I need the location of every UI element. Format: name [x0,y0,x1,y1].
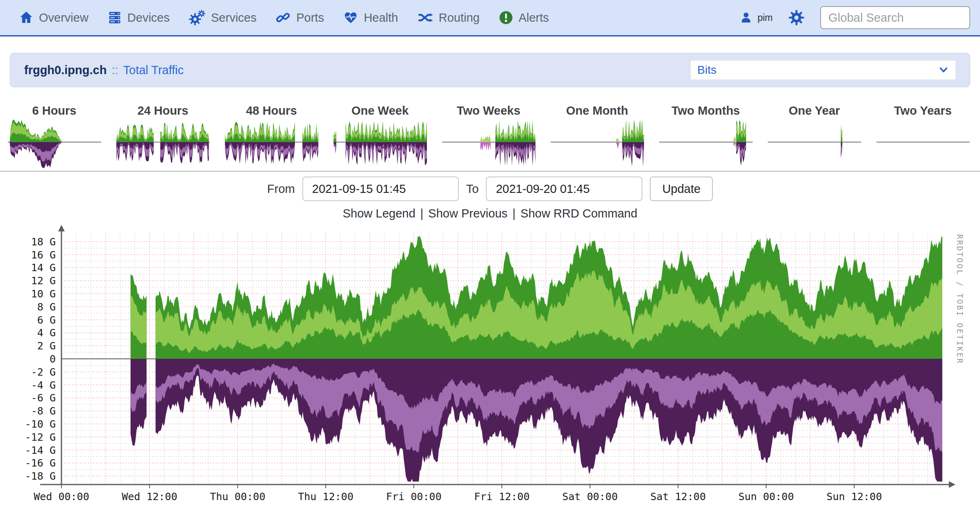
mini-graph-48-hours[interactable]: 48 Hours [217,104,326,171]
mini-graph-label: Two Years [894,104,952,118]
mini-graph-6-hours[interactable]: 6 Hours [0,104,109,171]
nav-item-label: Ports [296,11,324,25]
health-icon [343,10,358,25]
mini-graph-image [332,118,429,171]
nav-item-label: Health [364,11,398,25]
svg-text:0: 0 [50,353,56,365]
mini-graph-label: One Month [566,104,628,118]
top-navbar: Overview Devices Services Ports [0,0,980,36]
svg-text:-16 G: -16 G [25,457,56,469]
mini-graph-one-week[interactable]: One Week [326,104,434,171]
user-menu[interactable]: pim [740,11,773,24]
unit-select[interactable]: Bits [690,60,956,80]
global-search-input[interactable] [820,6,970,29]
svg-text:4 G: 4 G [37,327,56,339]
svg-text:Wed 00:00: Wed 00:00 [34,491,89,503]
svg-text:12 G: 12 G [31,275,56,287]
graph-links: Show Legend | Show Previous | Show RRD C… [0,207,980,220]
svg-text:6 G: 6 G [37,314,56,326]
svg-text:-8 G: -8 G [31,405,56,417]
alert-icon [499,10,513,25]
update-button[interactable]: Update [650,177,713,201]
nav-item-label: Overview [39,11,88,25]
mini-graph-image [6,118,103,171]
device-name: frggh0.ipng.ch [24,63,107,77]
svg-text:2 G: 2 G [37,340,56,352]
svg-text:16 G: 16 G [31,249,56,261]
title-panel: frggh0.ipng.ch :: Total Traffic Bits [10,53,970,87]
devices-icon [107,10,122,25]
username: pim [758,12,773,23]
svg-text:-4 G: -4 G [31,379,56,391]
mini-graph-image [549,118,646,171]
nav-item-overview[interactable]: Overview [19,10,88,25]
svg-text:Sun 00:00: Sun 00:00 [738,491,794,503]
ports-icon [275,10,291,25]
nav-right: pim [740,6,970,29]
mini-graph-image [440,118,537,171]
mini-graph-two-years[interactable]: Two Years [869,104,977,171]
mini-graph-image [875,118,971,171]
range-controls: From To Update [0,172,980,201]
nav-item-label: Alerts [519,11,549,25]
nav-item-devices[interactable]: Devices [107,10,170,25]
nav-item-routing[interactable]: Routing [417,10,480,25]
svg-text:Sun 12:00: Sun 12:00 [826,491,882,503]
breadcrumb-separator: :: [111,63,118,77]
svg-text:Thu 00:00: Thu 00:00 [210,491,265,503]
from-label: From [267,182,295,196]
show-legend-link[interactable]: Show Legend [343,207,415,220]
mini-graph-image [766,118,863,171]
mini-graph-two-weeks[interactable]: Two Weeks [434,104,543,171]
nav-item-ports[interactable]: Ports [275,10,324,25]
nav-item-label: Routing [439,11,480,25]
svg-text:Fri 00:00: Fri 00:00 [386,491,441,503]
mini-graph-two-months[interactable]: Two Months [651,104,760,171]
mini-graph-label: 48 Hours [246,104,297,118]
home-icon [19,10,34,25]
page-title[interactable]: Total Traffic [123,63,184,77]
services-icon [188,9,206,26]
mini-graph-24-hours[interactable]: 24 Hours [109,104,217,171]
mini-graph-image [223,118,320,171]
settings-gear-icon[interactable] [788,9,805,26]
mini-graph-image [115,118,211,171]
mini-graph-label: Two Weeks [457,104,520,118]
traffic-graph: 18 G16 G14 G12 G10 G8 G6 G4 G2 G0-2 G-4 … [0,224,980,514]
svg-text:14 G: 14 G [31,262,56,274]
to-label: To [466,182,479,196]
mini-graph-label: One Week [352,104,409,118]
mini-graph-one-year[interactable]: One Year [760,104,869,171]
svg-text:Wed 12:00: Wed 12:00 [122,491,177,503]
nav-item-label: Services [211,11,256,25]
nav-items: Overview Devices Services Ports [19,9,549,26]
show-previous-link[interactable]: Show Previous [428,207,507,220]
user-icon [740,11,753,24]
mini-graph-label: 24 Hours [137,104,188,118]
unit-select-value: Bits [697,63,717,77]
to-date-input[interactable] [486,177,642,201]
nav-item-health[interactable]: Health [343,10,398,25]
svg-text:8 G: 8 G [37,301,56,313]
mini-graph-label: Two Months [671,104,740,118]
mini-graph-one-month[interactable]: One Month [543,104,651,171]
svg-text:Sat 12:00: Sat 12:00 [650,491,706,503]
svg-text:Sat 00:00: Sat 00:00 [562,491,617,503]
nav-item-services[interactable]: Services [188,9,256,26]
routing-icon [417,10,433,25]
mini-graph-label: 6 Hours [32,104,77,118]
svg-text:-18 G: -18 G [25,470,56,482]
svg-text:-2 G: -2 G [31,366,56,378]
svg-text:Fri 12:00: Fri 12:00 [474,491,529,503]
mini-graph-image [658,118,754,171]
svg-text:Thu 12:00: Thu 12:00 [298,491,353,503]
link-separator: | [420,207,424,220]
from-date-input[interactable] [302,177,459,201]
svg-text:-14 G: -14 G [25,444,56,456]
mini-graph-label: One Year [789,104,840,118]
link-separator: | [513,207,516,220]
main-graph-container[interactable]: 18 G16 G14 G12 G10 G8 G6 G4 G2 G0-2 G-4 … [0,224,980,516]
svg-text:RRDTOOL / TOBI OETIKER: RRDTOOL / TOBI OETIKER [955,234,964,365]
show-rrd-command-link[interactable]: Show RRD Command [520,207,637,220]
nav-item-alerts[interactable]: Alerts [499,10,549,25]
